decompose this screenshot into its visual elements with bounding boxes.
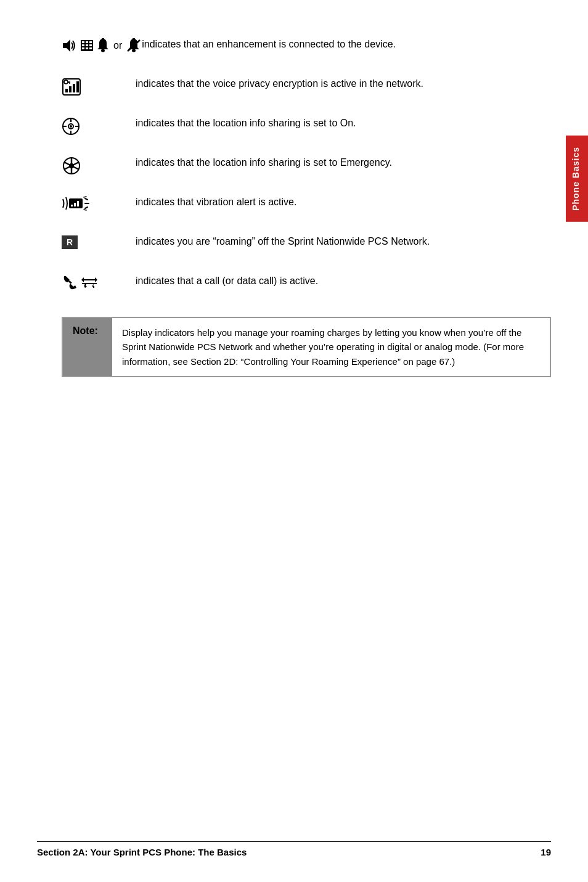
vibration-icon-cell (62, 195, 136, 211)
side-tab: Phone Basics (566, 136, 588, 222)
speaker-icon (62, 38, 78, 53)
voice-privacy-icon (62, 78, 81, 96)
list-item: indicates that a call (or data call) is … (62, 274, 551, 298)
call-active-desc: indicates that a call (or data call) is … (136, 274, 551, 288)
roaming-badge: R (62, 235, 78, 249)
vibration-desc: indicates that vibration alert is active… (136, 195, 551, 210)
location-on-desc: indicates that the location info sharing… (136, 116, 551, 131)
enhancement-desc: indicates that an enhancement is connect… (142, 37, 551, 52)
svg-rect-3 (86, 41, 88, 43)
note-content: Display indicators help you manage your … (112, 318, 550, 376)
list-item: indicates that the location info sharing… (62, 116, 551, 141)
roaming-desc: indicates you are “roaming” off the Spri… (136, 234, 551, 249)
location-emergency-icon-cell (62, 155, 136, 175)
phone-call-icon (62, 275, 79, 290)
svg-rect-8 (82, 47, 84, 49)
svg-point-13 (132, 49, 136, 52)
location-on-icon (62, 117, 80, 136)
svg-rect-5 (82, 44, 84, 46)
barred-bell-icon (126, 38, 142, 53)
svg-point-31 (70, 125, 72, 128)
svg-rect-19 (73, 84, 75, 92)
bell-icon (96, 38, 110, 53)
svg-rect-10 (89, 47, 92, 49)
list-item: indicates that vibration alert is active… (62, 195, 551, 219)
note-box: Note: Display indicators help you manage… (62, 317, 551, 377)
call-active-icon-cell (62, 274, 136, 290)
page-container: Phone Basics (0, 0, 588, 882)
note-label: Note: (63, 318, 112, 376)
voice-privacy-icon-cell (62, 76, 136, 96)
voice-privacy-desc: indicates that the voice privacy encrypt… (136, 76, 551, 91)
svg-marker-32 (70, 119, 72, 121)
svg-rect-39 (71, 205, 73, 206)
footer-section-label: Section 2A: Your Sprint PCS Phone: The B… (37, 847, 247, 857)
svg-rect-7 (89, 44, 92, 46)
svg-marker-0 (63, 39, 70, 52)
svg-marker-45 (81, 277, 84, 282)
main-content: or indicates that an enhancement is conn… (62, 37, 551, 377)
svg-point-11 (101, 49, 105, 52)
list-item: or indicates that an enhancement is conn… (62, 37, 551, 62)
svg-point-21 (64, 80, 68, 84)
or-label: or (113, 40, 122, 51)
svg-rect-4 (89, 41, 92, 43)
svg-point-37 (69, 163, 74, 168)
page-footer: Section 2A: Your Sprint PCS Phone: The B… (37, 841, 551, 857)
svg-rect-9 (86, 47, 88, 49)
svg-rect-2 (82, 41, 84, 43)
grid-icon (80, 39, 94, 52)
data-call-icon (81, 275, 97, 290)
svg-rect-18 (69, 86, 71, 92)
list-item: indicates that the voice privacy encrypt… (62, 76, 551, 101)
svg-rect-17 (65, 89, 68, 92)
svg-rect-40 (74, 203, 76, 206)
location-emergency-desc: indicates that the location info sharing… (136, 155, 551, 170)
location-emergency-icon (62, 157, 81, 175)
roaming-icon-cell: R (62, 234, 136, 249)
side-tab-label: Phone Basics (571, 147, 581, 211)
svg-rect-20 (76, 81, 79, 92)
enhancement-icons: or (62, 37, 142, 53)
svg-rect-6 (86, 44, 88, 46)
list-item: R indicates you are “roaming” off the Sp… (62, 234, 551, 259)
vibration-icon (62, 196, 99, 211)
footer-page-number: 19 (541, 847, 551, 857)
list-item: indicates that the location info sharing… (62, 155, 551, 180)
svg-marker-44 (95, 277, 97, 282)
location-on-icon-cell (62, 116, 136, 136)
svg-rect-41 (77, 201, 79, 206)
